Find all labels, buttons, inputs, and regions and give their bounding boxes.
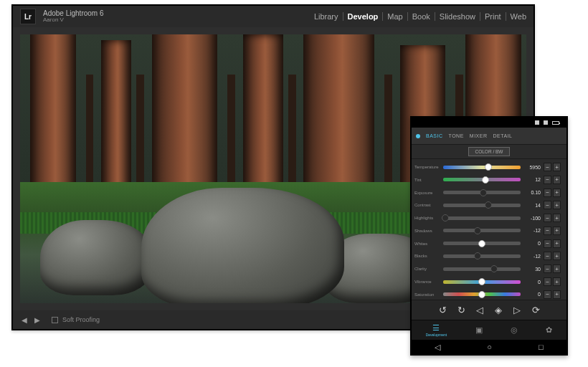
tab-detail[interactable]: DETAIL [493,133,513,138]
nav-crop[interactable]: ▣ [475,326,483,334]
slider-decrement-button[interactable]: − [544,290,551,299]
slider-label: Highlights [414,216,440,220]
slider-stepper: −+ [544,239,562,248]
prev-button[interactable]: ◁ [474,305,485,316]
slider-value: 0 [523,292,541,297]
slider-increment-button[interactable]: + [553,163,561,171]
slider-track[interactable] [443,216,521,220]
slider-increment-button[interactable]: + [553,201,561,209]
slider-row-contrast: Contrast14−+ [414,200,562,210]
soft-proofing-checkbox[interactable] [52,317,58,323]
slider-increment-button[interactable]: + [553,214,561,222]
slider-thumb[interactable] [490,265,498,272]
slider-thumb[interactable] [442,214,449,221]
undo-button[interactable]: ↺ [437,305,448,316]
sliders-icon: ☰ [432,324,440,332]
nav-settings[interactable]: ✿ [546,326,552,334]
slider-track[interactable] [443,242,521,245]
slider-stepper: −+ [544,201,562,209]
nav-development[interactable]: ☰ Development [426,324,447,337]
android-home-button[interactable]: ○ [487,343,492,351]
compare-button[interactable]: ◈ [493,305,504,316]
module-develop[interactable]: Develop [343,12,384,21]
slider-label: Saturation [414,292,440,297]
soft-proofing-label: Soft Proofing [62,316,100,323]
slider-track[interactable] [443,191,521,194]
color-bw-toggle[interactable]: COLOR / BW [468,147,509,156]
presets-icon: ◎ [511,326,518,334]
slider-row-clarity: Clarity30−+ [414,264,562,274]
slider-track[interactable] [443,229,521,232]
slider-thumb[interactable] [480,189,487,196]
slider-increment-button[interactable]: + [553,239,561,248]
module-print[interactable]: Print [480,12,506,21]
slider-label: Exposure [414,191,440,195]
next-button[interactable]: ▷ [511,305,523,316]
slider-track[interactable] [443,166,521,169]
module-map[interactable]: Map [383,12,407,21]
user-name: Aaron V [43,17,104,24]
slider-decrement-button[interactable]: − [544,239,551,248]
slider-stepper: −+ [544,290,562,299]
slider-thumb[interactable] [478,240,485,247]
slider-decrement-button[interactable]: − [544,227,551,235]
slider-row-saturation: Saturation0−+ [414,290,562,300]
slider-thumb[interactable] [485,201,492,209]
module-switcher: Library Develop Map Book Slideshow Print… [310,12,526,21]
slider-track[interactable] [443,267,521,271]
slider-increment-button[interactable]: + [553,176,561,184]
android-recent-button[interactable]: □ [539,343,544,351]
slider-increment-button[interactable]: + [553,252,561,260]
slider-track[interactable] [443,292,521,296]
slider-increment-button[interactable]: + [553,227,561,235]
slider-row-tint: Tint12−+ [414,175,562,185]
slider-track[interactable] [443,178,521,181]
slider-decrement-button[interactable]: − [544,277,551,286]
slider-row-blacks: Blacks-12−+ [414,251,562,261]
slider-thumb[interactable] [474,252,481,259]
slider-track[interactable] [443,280,521,284]
slider-label: Blacks [414,254,440,258]
prev-photo-button[interactable]: ◀ [22,316,27,324]
next-photo-button[interactable]: ▶ [34,316,40,324]
slider-decrement-button[interactable]: − [544,189,551,197]
module-book[interactable]: Book [408,12,435,21]
slider-decrement-button[interactable]: − [544,163,551,171]
slider-increment-button[interactable]: + [553,277,561,286]
slider-track[interactable] [443,254,521,258]
slider-row-shadows: Shadows-12−+ [414,226,562,236]
slider-stepper: −+ [544,176,562,184]
slider-increment-button[interactable]: + [553,189,561,197]
slider-value: 5950 [523,165,541,170]
tab-mixer[interactable]: MIXER [470,133,488,138]
tab-basic[interactable]: BASIC [426,133,443,138]
slider-increment-button[interactable]: + [553,290,561,299]
slider-thumb[interactable] [482,176,489,184]
soft-proofing-toggle[interactable]: Soft Proofing [52,316,100,323]
redo-button[interactable]: ↻ [455,305,467,316]
slider-thumb[interactable] [485,163,492,171]
reset-button[interactable]: ⟳ [530,305,541,316]
slider-stepper: −+ [544,227,562,235]
nav-presets[interactable]: ◎ [511,326,518,334]
slider-thumb[interactable] [478,278,485,285]
slider-decrement-button[interactable]: − [544,201,551,209]
tab-tone[interactable]: TONE [449,133,464,138]
slider-track[interactable] [443,204,521,207]
module-web[interactable]: Web [506,12,526,21]
slider-decrement-button[interactable]: − [544,176,551,184]
module-slideshow[interactable]: Slideshow [435,12,480,21]
slider-stepper: −+ [544,252,562,260]
slider-decrement-button[interactable]: − [544,264,551,273]
gear-icon: ✿ [546,326,552,334]
slider-row-highlights: Highlights-100−+ [414,213,562,223]
slider-increment-button[interactable]: + [553,264,561,273]
slider-thumb[interactable] [478,291,485,298]
module-library[interactable]: Library [310,12,343,21]
slider-decrement-button[interactable]: − [544,214,551,222]
slider-value: 30 [523,267,541,272]
android-back-button[interactable]: ◁ [435,343,440,352]
slider-decrement-button[interactable]: − [544,252,551,260]
slider-thumb[interactable] [474,227,481,234]
slider-stepper: −+ [544,163,562,171]
